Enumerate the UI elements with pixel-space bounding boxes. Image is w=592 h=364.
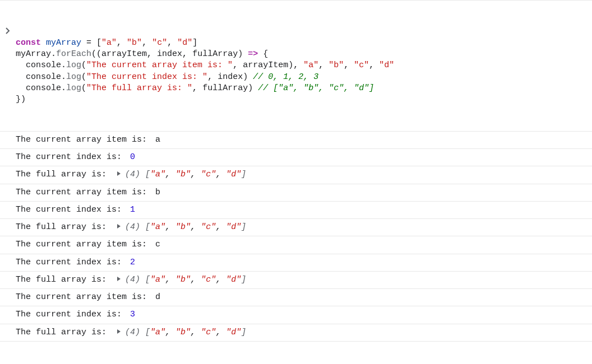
array-preview[interactable]: ["a", "b", "c", "d"] [145, 328, 246, 337]
prompt-chevron-icon [5, 4, 11, 12]
log-value-number: 1 [130, 205, 135, 214]
expand-array-icon[interactable] [115, 170, 123, 178]
log-message: The current array item is: [16, 188, 152, 197]
log-message: The full array is: [16, 222, 112, 232]
console-output: The current array item is: aThe current … [0, 132, 592, 342]
array-preview[interactable]: ["a", "b", "c", "d"] [145, 275, 246, 284]
var-myArray: myArray [46, 38, 81, 48]
array-length: (4) [125, 170, 145, 179]
log-message: The current array item is: [16, 240, 152, 249]
log-value-number: 2 [130, 258, 135, 267]
log-message: The full array is: [16, 275, 112, 284]
log-value-number: 3 [130, 310, 135, 319]
expand-array-icon[interactable] [115, 328, 123, 335]
log-row: The full array is: (4) ["a", "b", "c", "… [0, 166, 592, 184]
console-input-row: const myArray = ["a", "b", "c", "d"] myA… [0, 0, 592, 132]
array-length: (4) [125, 222, 145, 232]
log-value-number: 0 [130, 152, 135, 162]
log-value-string: b [155, 188, 160, 197]
log-value-string: c [155, 240, 160, 249]
log-message: The full array is: [16, 328, 112, 337]
log-row: The full array is: (4) ["a", "b", "c", "… [0, 219, 592, 236]
log-message: The current index is: [16, 258, 127, 267]
devtools-console: const myArray = ["a", "b", "c", "d"] myA… [0, 0, 592, 342]
log-message: The full array is: [16, 170, 112, 179]
input-code[interactable]: const myArray = ["a", "b", "c", "d"] myA… [16, 38, 588, 106]
log-value-string: a [155, 135, 160, 144]
array-length: (4) [125, 328, 145, 337]
log-row: The current index is: 0 [0, 149, 592, 166]
expand-array-icon[interactable] [115, 222, 123, 230]
array-preview[interactable]: ["a", "b", "c", "d"] [145, 222, 246, 232]
array-length: (4) [125, 275, 145, 284]
log-message: The current index is: [16, 152, 127, 162]
log-row: The current array item is: a [0, 132, 592, 149]
expand-array-icon[interactable] [115, 275, 123, 283]
log-message: The current index is: [16, 205, 127, 214]
log-row: The current array item is: b [0, 184, 592, 202]
log-message: The current array item is: [16, 135, 152, 144]
log-row: The current index is: 2 [0, 254, 592, 272]
log-row: The current array item is: d [0, 289, 592, 306]
log-row: The full array is: (4) ["a", "b", "c", "… [0, 324, 592, 342]
log-value-string: d [155, 292, 160, 302]
log-message: The current index is: [16, 310, 127, 319]
log-message: The current array item is: [16, 292, 152, 302]
log-row: The current index is: 3 [0, 306, 592, 324]
log-row: The full array is: (4) ["a", "b", "c", "… [0, 272, 592, 289]
log-row: The current index is: 1 [0, 202, 592, 219]
log-row: The current array item is: c [0, 236, 592, 254]
array-preview[interactable]: ["a", "b", "c", "d"] [145, 170, 246, 179]
